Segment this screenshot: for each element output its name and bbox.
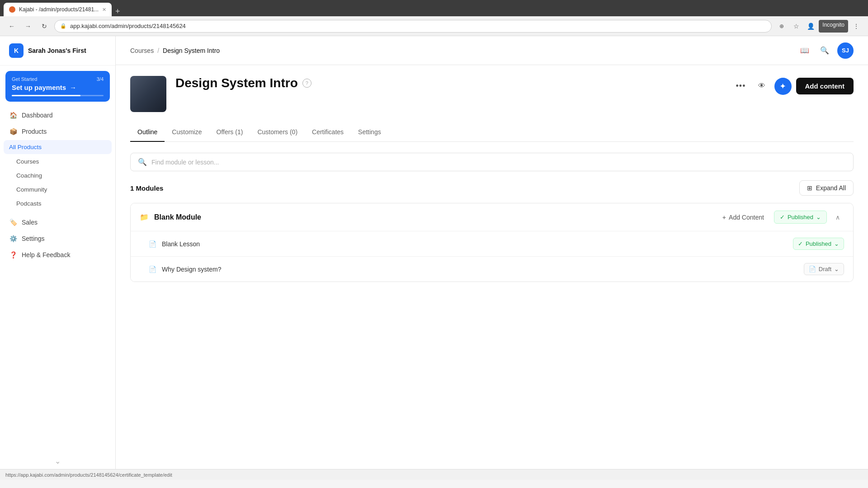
profile-icon[interactable]: 👤 bbox=[804, 20, 817, 33]
sidebar-item-courses[interactable]: Courses bbox=[0, 155, 115, 169]
book-icon[interactable]: 📖 bbox=[797, 43, 812, 58]
get-started-title-text: Set up payments bbox=[12, 84, 66, 91]
sidebar-item-settings[interactable]: ⚙️ Settings bbox=[0, 230, 115, 247]
status-bar-url: https://app.kajabi.com/admin/products/21… bbox=[5, 472, 172, 478]
sidebar-scroll-indicator: ⌄ bbox=[0, 453, 115, 469]
podcasts-label: Podcasts bbox=[16, 200, 42, 207]
progress-fill bbox=[12, 95, 80, 96]
check-icon: ✓ bbox=[780, 214, 785, 221]
lesson-draft-badge[interactable]: 📄 Draft ⌄ bbox=[804, 263, 844, 275]
get-started-progress: 3/4 bbox=[97, 76, 104, 82]
lesson-row: 📄 Blank Lesson ✓ Published ⌄ bbox=[131, 231, 853, 256]
sidebar-item-dashboard[interactable]: 🏠 Dashboard bbox=[0, 107, 115, 123]
logo-text: Sarah Jonas's First bbox=[28, 47, 86, 54]
folder-icon: 📁 bbox=[140, 213, 149, 221]
search-icon[interactable]: 🔍 bbox=[817, 43, 832, 58]
product-header-actions: ••• 👁 ✦ Add content bbox=[733, 78, 854, 95]
courses-label: Courses bbox=[16, 158, 39, 165]
back-button[interactable]: ← bbox=[5, 20, 18, 33]
search-input[interactable] bbox=[151, 159, 846, 166]
lesson-check-icon: ✓ bbox=[798, 240, 803, 247]
status-bar: https://app.kajabi.com/admin/products/21… bbox=[0, 469, 868, 480]
logo-initials: K bbox=[14, 47, 19, 54]
progress-bar bbox=[12, 95, 104, 96]
help-label: Help & Feedback bbox=[22, 251, 70, 258]
breadcrumb-current: Design System Intro bbox=[163, 47, 220, 54]
lesson-status-badge[interactable]: ✓ Published ⌄ bbox=[793, 238, 844, 250]
module-card: 📁 Blank Module + Add Content ✓ Published… bbox=[130, 203, 854, 282]
module-published-badge[interactable]: ✓ Published ⌄ bbox=[774, 211, 827, 224]
product-thumbnail bbox=[130, 76, 166, 112]
draft-doc-icon: 📄 bbox=[809, 266, 816, 272]
tab-outline[interactable]: Outline bbox=[130, 123, 165, 142]
menu-icon[interactable]: ⋮ bbox=[850, 20, 863, 33]
lock-icon: 🔒 bbox=[60, 23, 66, 29]
sales-label: Sales bbox=[22, 219, 38, 226]
browser-tab[interactable]: Kajabi - /admin/products/21481... ✕ bbox=[4, 3, 112, 16]
bookmark-icon[interactable]: ☆ bbox=[790, 20, 802, 33]
sidebar-item-podcasts[interactable]: Podcasts bbox=[0, 197, 115, 211]
lesson-row-2: 📄 Why Design system? 📄 Draft ⌄ bbox=[131, 256, 853, 282]
tab-settings[interactable]: Settings bbox=[351, 123, 388, 142]
product-area: Design System Intro ? ••• 👁 ✦ Add conten… bbox=[116, 65, 868, 469]
tab-certificates[interactable]: Certificates bbox=[305, 123, 351, 142]
preview-button[interactable]: 👁 bbox=[754, 78, 770, 94]
add-content-module-label: Add Content bbox=[729, 214, 764, 221]
sidebar-products-label: Products bbox=[22, 128, 47, 135]
lesson-draft-label: Draft bbox=[819, 266, 831, 272]
tab-customize[interactable]: Customize bbox=[165, 123, 209, 142]
plus-icon: + bbox=[722, 214, 726, 221]
add-content-module-button[interactable]: + Add Content bbox=[717, 211, 769, 224]
avatar[interactable]: SJ bbox=[837, 42, 854, 59]
sidebar-item-help[interactable]: ❓ Help & Feedback bbox=[0, 247, 115, 263]
sidebar-item-community[interactable]: Community bbox=[0, 183, 115, 197]
browser-tab-bar: Kajabi - /admin/products/21481... ✕ + bbox=[0, 0, 868, 16]
product-title: Design System Intro bbox=[175, 76, 298, 90]
home-icon: 🏠 bbox=[9, 111, 17, 119]
expand-all-label: Expand All bbox=[816, 184, 846, 192]
logo-icon: K bbox=[9, 43, 24, 58]
product-tabs: Outline Customize Offers (1) Customers (… bbox=[130, 123, 854, 142]
get-started-label: Get Started bbox=[12, 76, 37, 82]
refresh-button[interactable]: ↻ bbox=[38, 20, 51, 33]
sidebar-item-label-dashboard: Dashboard bbox=[22, 112, 53, 119]
tab-customers[interactable]: Customers (0) bbox=[250, 123, 305, 142]
more-options-button[interactable]: ••• bbox=[733, 78, 749, 94]
scroll-down-icon: ⌄ bbox=[55, 457, 61, 465]
topbar-actions: 📖 🔍 SJ bbox=[797, 42, 854, 59]
sidebar-item-sales[interactable]: 🏷️ Sales bbox=[0, 214, 115, 230]
breadcrumb-separator: / bbox=[157, 47, 159, 54]
settings-icon: ⚙️ bbox=[9, 235, 17, 243]
sidebar-content: Get Started 3/4 Set up payments → 🏠 Dash… bbox=[0, 66, 115, 453]
chevron-down-icon: ⌄ bbox=[816, 214, 821, 221]
new-tab-button[interactable]: + bbox=[112, 7, 124, 16]
add-content-header-button[interactable]: Add content bbox=[796, 78, 854, 94]
get-started-card[interactable]: Get Started 3/4 Set up payments → bbox=[5, 71, 110, 102]
tab-close-icon[interactable]: ✕ bbox=[102, 7, 106, 13]
module-status-label: Published bbox=[788, 214, 813, 221]
coaching-label: Coaching bbox=[16, 172, 42, 179]
module-header-row: 📁 Blank Module + Add Content ✓ Published… bbox=[131, 203, 853, 231]
draft-chevron-icon: ⌄ bbox=[834, 266, 839, 272]
sidebar-item-products[interactable]: 📦 Products bbox=[0, 123, 115, 140]
collapse-module-button[interactable]: ∧ bbox=[831, 211, 844, 224]
add-collaborator-button[interactable]: ✦ bbox=[774, 78, 792, 95]
tab-favicon bbox=[9, 6, 15, 13]
lesson-name: Blank Lesson bbox=[162, 240, 788, 248]
modules-count: 1 Modules bbox=[130, 184, 163, 192]
search-bar-icon: 🔍 bbox=[138, 158, 147, 166]
help-circle-icon[interactable]: ? bbox=[302, 79, 311, 88]
help-icon: ❓ bbox=[9, 251, 17, 259]
product-header: Design System Intro ? ••• 👁 ✦ Add conten… bbox=[130, 76, 854, 112]
forward-button[interactable]: → bbox=[22, 20, 34, 33]
tab-offers[interactable]: Offers (1) bbox=[209, 123, 250, 142]
sidebar-item-all-products[interactable]: All Products bbox=[4, 140, 112, 154]
address-bar[interactable]: 🔒 app.kajabi.com/admin/products/21481456… bbox=[54, 20, 772, 33]
breadcrumb-parent[interactable]: Courses bbox=[130, 47, 154, 54]
cast-icon[interactable]: ⊕ bbox=[775, 20, 788, 33]
sidebar-item-coaching[interactable]: Coaching bbox=[0, 169, 115, 183]
expand-all-button[interactable]: ⊞ Expand All bbox=[799, 180, 854, 196]
topbar: Courses / Design System Intro 📖 🔍 SJ bbox=[116, 36, 868, 65]
sidebar-logo: K Sarah Jonas's First bbox=[0, 36, 115, 66]
modules-header: 1 Modules ⊞ Expand All bbox=[130, 180, 854, 196]
